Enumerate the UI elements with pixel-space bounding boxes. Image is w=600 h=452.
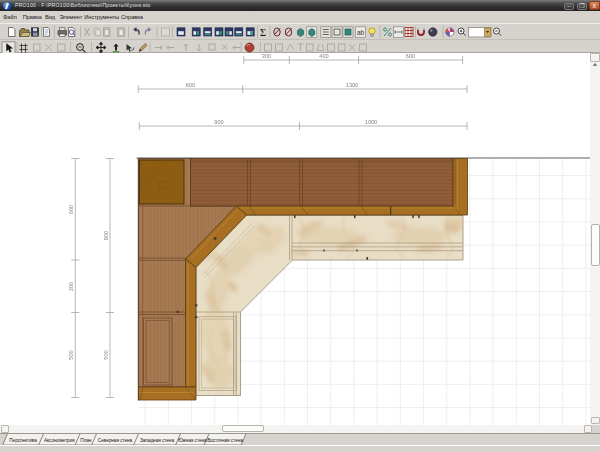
svg-text:1300: 1300 [346,82,358,88]
svg-text:1000: 1000 [365,119,377,125]
svg-text:600: 600 [68,204,74,213]
svg-text:Восточная стена: Восточная стена [207,438,243,443]
svg-text:500: 500 [68,350,74,359]
svg-text:500: 500 [103,350,109,359]
svg-text:План: План [80,438,92,443]
svg-text:300: 300 [262,53,271,59]
svg-text:600: 600 [186,82,195,88]
svg-text:Перспектива: Перспектива [9,438,37,443]
svg-text:600: 600 [406,53,415,59]
svg-text:900: 900 [214,119,223,125]
svg-text:ab: ab [357,29,365,36]
svg-text:Σ: Σ [260,27,266,38]
svg-text:400: 400 [319,53,328,59]
svg-text:Южная стена: Южная стена [178,438,207,443]
svg-text:900: 900 [103,230,109,239]
svg-text:300: 300 [68,281,74,290]
svg-text:Северная стена: Северная стена [98,438,133,443]
svg-text:Западная стена: Западная стена [140,438,174,443]
svg-text:Аксонометрия: Аксонометрия [44,438,75,443]
